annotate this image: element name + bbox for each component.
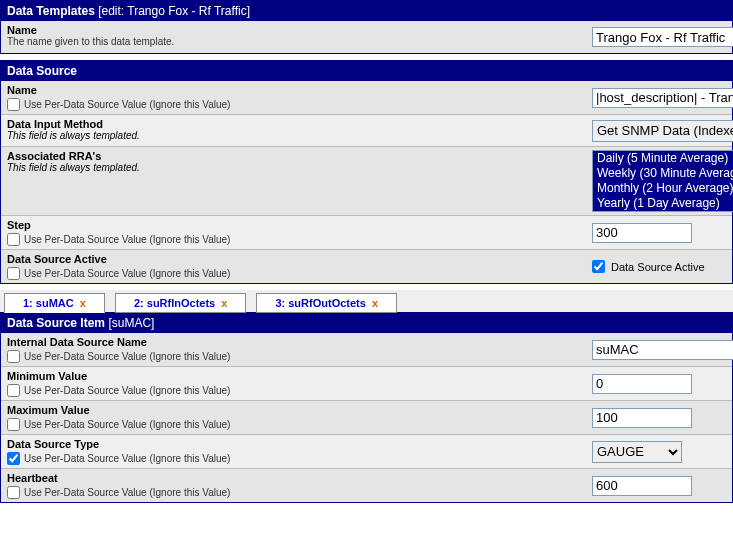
data-templates-section: Data Templates [edit: Trango Fox - Rf Tr…	[0, 0, 733, 54]
step-input[interactable]	[592, 223, 692, 243]
tab-label: 2: suRfInOctets	[134, 297, 215, 309]
ds-item-title: Data Source Item	[7, 316, 105, 330]
step-per-ds-label: Use Per-Data Source Value (Ignore this V…	[24, 234, 230, 245]
dim-desc: This field is always templated.	[7, 130, 580, 141]
maximum-value-input[interactable]	[592, 408, 692, 428]
dt-name-desc: The name given to this data template.	[7, 36, 580, 47]
tab-surfinoctets[interactable]: 2: suRfInOctets x	[115, 293, 246, 313]
ds-active-label: Data Source Active	[7, 253, 580, 265]
ds-name-per-ds-checkbox[interactable]	[7, 98, 20, 111]
close-icon[interactable]: x	[221, 297, 227, 309]
min-label: Minimum Value	[7, 370, 580, 382]
ds-active-per-ds-label: Use Per-Data Source Value (Ignore this V…	[24, 268, 230, 279]
idn-per-ds-checkbox[interactable]	[7, 350, 20, 363]
heartbeat-input[interactable]	[592, 476, 692, 496]
dst-per-ds-checkbox[interactable]	[7, 452, 20, 465]
max-label: Maximum Value	[7, 404, 580, 416]
tab-surfoutoctets[interactable]: 3: suRfOutOctets x	[256, 293, 397, 313]
data-input-method-row: Data Input Method This field is always t…	[1, 115, 732, 147]
data-source-item-section: Data Source Item [suMAC] Internal Data S…	[0, 312, 733, 503]
rra-option[interactable]: Monthly (2 Hour Average)	[593, 181, 733, 196]
ds-name-per-ds-label: Use Per-Data Source Value (Ignore this V…	[24, 99, 230, 110]
hb-per-ds-label: Use Per-Data Source Value (Ignore this V…	[24, 487, 230, 498]
min-per-ds-label: Use Per-Data Source Value (Ignore this V…	[24, 385, 230, 396]
rra-label: Associated RRA's	[7, 150, 580, 162]
min-per-ds-checkbox[interactable]	[7, 384, 20, 397]
tab-sumac[interactable]: 1: suMAC x	[4, 293, 105, 313]
ds-name-label: Name	[7, 84, 580, 96]
close-icon[interactable]: x	[372, 297, 378, 309]
maximum-value-row: Maximum Value Use Per-Data Source Value …	[1, 401, 732, 435]
ds-item-context: [suMAC]	[108, 316, 154, 330]
data-templates-context: [edit: Trango Fox - Rf Traffic]	[98, 4, 250, 18]
data-source-section: Data Source Name Use Per-Data Source Val…	[0, 60, 733, 284]
hb-label: Heartbeat	[7, 472, 580, 484]
ds-active-checkbox[interactable]	[592, 260, 605, 273]
dt-name-input[interactable]	[592, 27, 733, 47]
dt-name-row: Name The name given to this data templat…	[1, 21, 732, 53]
ds-type-select[interactable]: GAUGE	[592, 441, 682, 463]
minimum-value-row: Minimum Value Use Per-Data Source Value …	[1, 367, 732, 401]
close-icon[interactable]: x	[80, 297, 86, 309]
dst-label: Data Source Type	[7, 438, 580, 450]
step-row: Step Use Per-Data Source Value (Ignore t…	[1, 216, 732, 250]
heartbeat-row: Heartbeat Use Per-Data Source Value (Ign…	[1, 469, 732, 502]
rra-option[interactable]: Yearly (1 Day Average)	[593, 196, 733, 211]
data-templates-title: Data Templates	[7, 4, 95, 18]
data-source-header: Data Source	[1, 61, 732, 81]
associated-rra-row: Associated RRA's This field is always te…	[1, 147, 732, 216]
associated-rra-listbox[interactable]: Daily (5 Minute Average) Weekly (30 Minu…	[592, 150, 733, 212]
idn-label: Internal Data Source Name	[7, 336, 580, 348]
rra-option[interactable]: Daily (5 Minute Average)	[593, 151, 733, 166]
max-per-ds-checkbox[interactable]	[7, 418, 20, 431]
tab-label: 1: suMAC	[23, 297, 74, 309]
ds-active-check-label: Data Source Active	[611, 261, 705, 273]
internal-ds-name-row: Internal Data Source Name Use Per-Data S…	[1, 333, 732, 367]
data-input-method-select[interactable]: Get SNMP Data (Indexed)	[592, 120, 733, 142]
ds-name-input[interactable]	[592, 88, 733, 108]
ds-active-per-ds-checkbox[interactable]	[7, 267, 20, 280]
rra-option[interactable]: Weekly (30 Minute Average)	[593, 166, 733, 181]
ds-type-row: Data Source Type Use Per-Data Source Val…	[1, 435, 732, 469]
idn-per-ds-label: Use Per-Data Source Value (Ignore this V…	[24, 351, 230, 362]
ds-name-row: Name Use Per-Data Source Value (Ignore t…	[1, 81, 732, 115]
ds-item-tabs: 1: suMAC x 2: suRfInOctets x 3: suRfOutO…	[0, 290, 733, 312]
dst-per-ds-label: Use Per-Data Source Value (Ignore this V…	[24, 453, 230, 464]
data-source-title: Data Source	[7, 64, 77, 78]
internal-ds-name-input[interactable]	[592, 340, 733, 360]
step-label: Step	[7, 219, 580, 231]
max-per-ds-label: Use Per-Data Source Value (Ignore this V…	[24, 419, 230, 430]
rra-desc: This field is always templated.	[7, 162, 580, 173]
ds-active-row: Data Source Active Use Per-Data Source V…	[1, 250, 732, 283]
dim-label: Data Input Method	[7, 118, 580, 130]
step-per-ds-checkbox[interactable]	[7, 233, 20, 246]
ds-item-header: Data Source Item [suMAC]	[1, 313, 732, 333]
hb-per-ds-checkbox[interactable]	[7, 486, 20, 499]
tab-label: 3: suRfOutOctets	[275, 297, 365, 309]
data-templates-header: Data Templates [edit: Trango Fox - Rf Tr…	[1, 1, 732, 21]
minimum-value-input[interactable]	[592, 374, 692, 394]
dt-name-label: Name	[7, 24, 580, 36]
